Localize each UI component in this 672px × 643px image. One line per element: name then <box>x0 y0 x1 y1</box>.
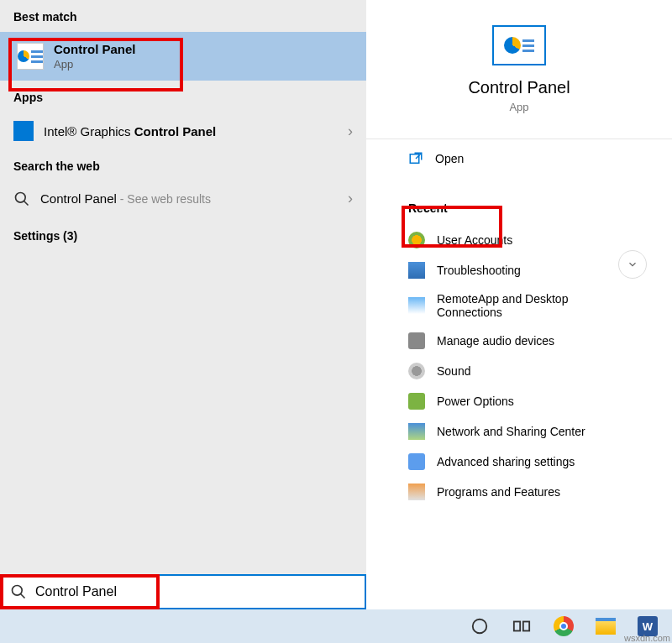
recent-item-power[interactable]: Power Options <box>366 386 672 416</box>
web-result-label: Control Panel - See web results <box>40 191 348 206</box>
search-box[interactable] <box>0 574 366 609</box>
recent-item-audio[interactable]: Manage audio devices <box>366 326 672 356</box>
detail-pane: Control Panel App Open Recent User Accou… <box>366 0 672 609</box>
search-web-header: Search the web <box>0 149 366 181</box>
audio-icon <box>408 332 425 349</box>
search-icon <box>13 191 30 207</box>
intel-graphics-icon <box>13 121 34 141</box>
svg-rect-2 <box>410 154 419 164</box>
chrome-icon[interactable] <box>552 614 575 638</box>
programs-icon <box>408 484 425 500</box>
control-panel-icon <box>17 43 44 70</box>
troubleshooting-icon <box>408 262 425 279</box>
svg-line-5 <box>21 594 25 599</box>
recent-item-network[interactable]: Network and Sharing Center <box>366 416 672 447</box>
svg-rect-8 <box>523 622 529 631</box>
apps-header: Apps <box>0 81 366 112</box>
best-match-control-panel[interactable]: Control Panel App <box>0 32 366 81</box>
open-icon <box>408 151 423 166</box>
recent-item-remoteapp[interactable]: RemoteApp and Desktop Connections <box>366 285 672 326</box>
best-match-header: Best match <box>0 0 366 32</box>
recent-header: Recent <box>366 178 672 225</box>
svg-point-4 <box>13 586 23 596</box>
search-input[interactable] <box>35 584 365 599</box>
sharing-icon <box>408 453 425 470</box>
watermark: wsxdn.com <box>624 633 670 643</box>
detail-subtitle: App <box>366 101 672 113</box>
svg-line-1 <box>24 201 29 205</box>
taskbar: W <box>0 609 672 643</box>
network-icon <box>408 423 425 440</box>
svg-point-0 <box>16 192 26 202</box>
search-results-pane: Best match Control Panel App Apps Intel®… <box>0 0 366 609</box>
best-match-title: Control Panel <box>54 42 136 56</box>
remoteapp-icon <box>408 297 425 314</box>
recent-item-sound[interactable]: Sound <box>366 356 672 386</box>
app-result-label: Intel® Graphics Control Panel <box>44 124 348 139</box>
chevron-right-icon: › <box>348 123 353 140</box>
power-icon <box>408 393 425 410</box>
file-explorer-icon[interactable] <box>594 614 617 638</box>
task-view-icon[interactable] <box>510 614 533 638</box>
control-panel-large-icon <box>492 25 546 65</box>
cortana-icon[interactable] <box>468 614 491 638</box>
search-icon <box>10 583 27 600</box>
settings-header[interactable]: Settings (3) <box>0 216 366 256</box>
recent-item-programs[interactable]: Programs and Features <box>366 477 672 507</box>
web-result-control-panel[interactable]: Control Panel - See web results › <box>0 181 366 216</box>
open-button[interactable]: Open <box>366 139 672 178</box>
svg-point-6 <box>473 619 487 634</box>
detail-hero: Control Panel App <box>366 25 672 139</box>
svg-rect-7 <box>514 622 520 631</box>
user-accounts-icon <box>408 232 425 248</box>
chevron-right-icon: › <box>348 190 353 207</box>
sound-icon <box>408 363 425 379</box>
recent-item-sharing[interactable]: Advanced sharing settings <box>366 447 672 477</box>
app-result-intel-graphics[interactable]: Intel® Graphics Control Panel › <box>0 112 366 149</box>
chevron-down-icon <box>627 259 638 270</box>
expand-button[interactable] <box>618 250 647 279</box>
detail-title: Control Panel <box>366 78 672 97</box>
best-match-subtitle: App <box>54 58 136 71</box>
open-label: Open <box>435 152 464 165</box>
